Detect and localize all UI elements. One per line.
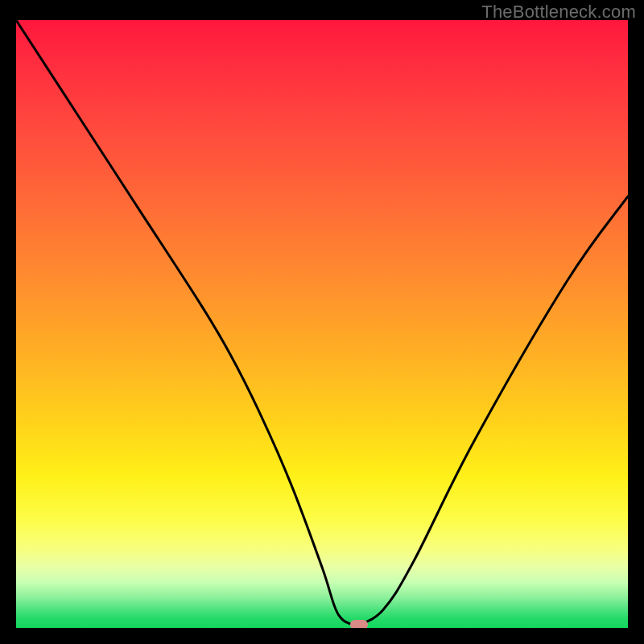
watermark-label: TheBottleneck.com [481,2,636,23]
marker-icon [350,620,368,628]
plot-area [16,20,628,628]
curve-path [16,20,628,626]
bottleneck-curve [16,20,628,628]
chart-frame: TheBottleneck.com [0,0,644,644]
